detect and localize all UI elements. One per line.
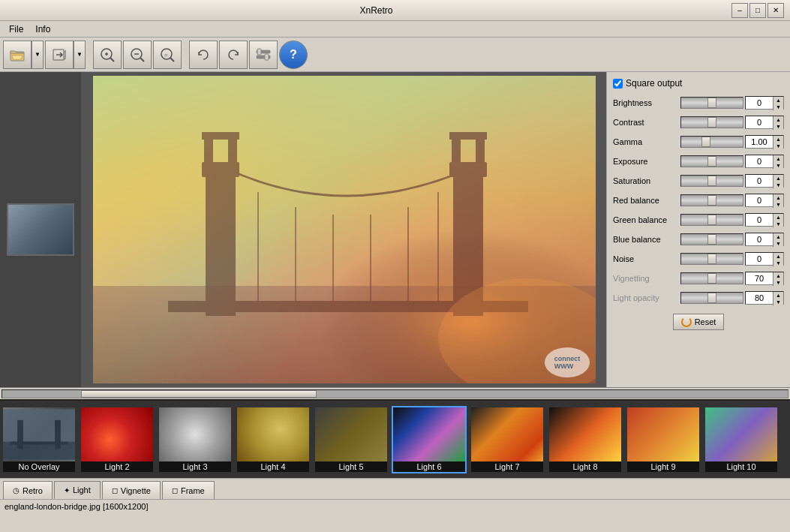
- scrollbar-thumb[interactable]: [81, 390, 317, 398]
- spin-down-8[interactable]: ▼: [773, 260, 783, 266]
- menu-info[interactable]: Info: [29, 23, 56, 36]
- spin-value-4[interactable]: 0: [746, 175, 773, 187]
- slider-track-3[interactable]: [680, 155, 743, 167]
- zoom-out-button[interactable]: [123, 41, 152, 69]
- titlebar-title: XnRetro: [21, 5, 731, 16]
- svg-text:=: =: [164, 52, 168, 59]
- main-area: connectWWW Square output Brightness0▲▼Co…: [0, 72, 790, 387]
- open-button[interactable]: [3, 41, 32, 69]
- minimize-button[interactable]: –: [731, 3, 748, 18]
- help-button[interactable]: ?: [279, 41, 308, 69]
- film-item-light9[interactable]: Light 9: [626, 406, 701, 473]
- filmstrip-scroll[interactable]: No OverlayLight 2Light 3Light 4Light 5Li…: [0, 401, 790, 478]
- film-label-light9: Light 9: [627, 461, 699, 472]
- film-item-light6[interactable]: Light 6: [392, 406, 467, 473]
- spin-down-7[interactable]: ▼: [773, 240, 783, 247]
- film-item-light8[interactable]: Light 8: [548, 406, 623, 473]
- zoom-in-icon: [99, 47, 116, 63]
- spin-value-8[interactable]: 0: [746, 253, 773, 265]
- spin-arrows-7[interactable]: ▲▼: [773, 233, 783, 247]
- close-button[interactable]: ✕: [767, 3, 784, 18]
- rotate-ccw-button[interactable]: [189, 41, 218, 69]
- spin-value-1[interactable]: 0: [746, 116, 773, 128]
- slider-track-2[interactable]: [680, 136, 743, 148]
- square-output-checkbox[interactable]: [613, 79, 623, 89]
- spin-arrows-1[interactable]: ▲▼: [773, 116, 783, 130]
- spin-down-2[interactable]: ▼: [773, 143, 783, 149]
- spin-value-9: 70: [746, 272, 773, 284]
- control-row-blue-balance: Blue balance0▲▼: [613, 231, 784, 248]
- open-dropdown-button[interactable]: ▼: [32, 41, 44, 69]
- spin-field-10: 80▲▼: [745, 291, 784, 305]
- tab-vignette[interactable]: ◻Vignette: [102, 481, 161, 499]
- spin-value-7[interactable]: 0: [746, 233, 773, 245]
- spin-arrows-2[interactable]: ▲▼: [773, 136, 783, 149]
- spin-down-6[interactable]: ▼: [773, 221, 783, 227]
- open-icon: [9, 47, 26, 63]
- spin-down-3[interactable]: ▼: [773, 162, 783, 169]
- spin-up-4[interactable]: ▲: [773, 175, 783, 182]
- spin-up-0[interactable]: ▲: [773, 97, 783, 104]
- spin-value-5[interactable]: 0: [746, 194, 773, 206]
- spin-arrows-5[interactable]: ▲▼: [773, 194, 783, 208]
- menu-file[interactable]: File: [3, 23, 29, 36]
- spin-up-3[interactable]: ▲: [773, 155, 783, 162]
- spin-up-2[interactable]: ▲: [773, 136, 783, 143]
- slider-track-1[interactable]: [680, 116, 743, 128]
- film-item-light7[interactable]: Light 7: [470, 406, 545, 473]
- film-thumb-light6: [393, 407, 465, 461]
- film-thumb-light4: [237, 407, 309, 461]
- film-item-light4[interactable]: Light 4: [236, 406, 311, 473]
- slider-track-8[interactable]: [680, 253, 743, 265]
- film-item-light2[interactable]: Light 2: [80, 406, 155, 473]
- rotate-cw-button[interactable]: [219, 41, 248, 69]
- spin-down-4[interactable]: ▼: [773, 182, 783, 188]
- export-dropdown-button[interactable]: ▼: [74, 41, 86, 69]
- filmstrip-scrollbar[interactable]: [2, 389, 788, 398]
- slider-track-5[interactable]: [680, 194, 743, 206]
- spin-up-6[interactable]: ▲: [773, 214, 783, 221]
- control-row-green-balance: Green balance0▲▼: [613, 212, 784, 228]
- film-item-no-overlay[interactable]: No Overlay: [2, 406, 77, 473]
- spin-up-7[interactable]: ▲: [773, 233, 783, 240]
- control-row-red-balance: Red balance0▲▼: [613, 192, 784, 209]
- restore-button[interactable]: □: [749, 3, 766, 18]
- spin-up-1[interactable]: ▲: [773, 116, 783, 123]
- slider-track-9: [680, 272, 743, 284]
- vignette-tab-icon: ◻: [112, 486, 118, 494]
- film-item-light3[interactable]: Light 3: [158, 406, 233, 473]
- zoom-in-button[interactable]: [93, 41, 122, 69]
- slider-track-0[interactable]: [680, 97, 743, 109]
- slider-track-4[interactable]: [680, 175, 743, 187]
- control-row-gamma: Gamma1.00▲▼: [613, 134, 784, 150]
- spin-down-0[interactable]: ▼: [773, 104, 783, 110]
- reset-button[interactable]: Reset: [673, 314, 725, 330]
- zoom-fit-button[interactable]: =: [153, 41, 182, 69]
- slider-track-7[interactable]: [680, 233, 743, 245]
- spin-up-10: ▲: [773, 292, 783, 299]
- settings-button[interactable]: [249, 41, 278, 69]
- spin-down-1[interactable]: ▼: [773, 123, 783, 130]
- spin-field-2: 1.00▲▼: [745, 135, 784, 149]
- spin-arrows-3[interactable]: ▲▼: [773, 155, 783, 169]
- spin-value-2[interactable]: 1.00: [746, 136, 773, 148]
- spin-up-8[interactable]: ▲: [773, 253, 783, 260]
- tab-retro[interactable]: ◷Retro: [3, 481, 53, 499]
- spin-value-6[interactable]: 0: [746, 214, 773, 226]
- tab-light[interactable]: ✦Light: [54, 481, 101, 499]
- control-row-noise: Noise0▲▼: [613, 251, 784, 267]
- film-item-light10[interactable]: Light 10: [704, 406, 779, 473]
- export-button[interactable]: [45, 41, 74, 69]
- slider-track-6[interactable]: [680, 214, 743, 226]
- spin-arrows-0[interactable]: ▲▼: [773, 97, 783, 110]
- film-item-light5[interactable]: Light 5: [314, 406, 389, 473]
- spin-value-0[interactable]: 0: [746, 97, 773, 109]
- spin-arrows-8[interactable]: ▲▼: [773, 253, 783, 266]
- spin-value-3[interactable]: 0: [746, 155, 773, 167]
- spin-arrows-4[interactable]: ▲▼: [773, 175, 783, 188]
- tab-frame[interactable]: ◻Frame: [162, 481, 215, 499]
- spin-arrows-6[interactable]: ▲▼: [773, 214, 783, 227]
- image-container[interactable]: connectWWW: [93, 76, 596, 383]
- spin-up-5[interactable]: ▲: [773, 194, 783, 201]
- spin-down-5[interactable]: ▼: [773, 201, 783, 208]
